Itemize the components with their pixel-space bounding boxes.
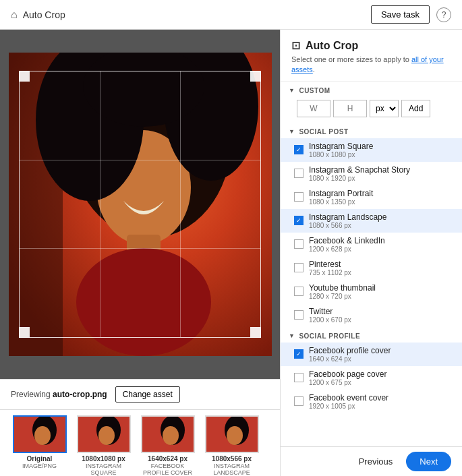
size-checkbox[interactable]: [294, 373, 304, 382]
size-checkbox[interactable]: [294, 287, 304, 296]
add-custom-button[interactable]: Add: [401, 100, 430, 117]
size-item[interactable]: Twitter 1200 x 670 px: [281, 303, 462, 327]
size-item[interactable]: Youtube thumbnail 1280 x 720 px: [281, 280, 462, 303]
size-name: Instagram Square: [309, 142, 373, 151]
size-info: Youtube thumbnail 1280 x 720 px: [309, 283, 376, 300]
help-button[interactable]: ?: [436, 7, 451, 22]
size-item[interactable]: Instagram Landscape 1080 x 566 px: [281, 209, 462, 233]
right-title: ⊡ Auto Crop: [291, 39, 451, 52]
unit-select[interactable]: px%: [370, 100, 399, 117]
thumbnail-item[interactable]: OriginalIMAGE/PNG: [11, 415, 68, 476]
size-name: Facebook & LinkedIn: [309, 236, 385, 245]
right-panel: ⊡ Auto Crop Select one or more sizes to …: [280, 30, 462, 476]
chevron-icon: ▼: [289, 128, 295, 135]
size-item[interactable]: Facebook profile cover 1640 x 624 px: [281, 343, 462, 366]
size-dim: 1080 x 1920 px: [309, 175, 410, 182]
thumbnail-image: [13, 415, 67, 453]
size-name: Instagram Landscape: [309, 212, 386, 222]
change-asset-button[interactable]: Change asset: [115, 386, 180, 403]
size-dim: 1080 x 1080 px: [309, 151, 373, 158]
thumbnail-image: [77, 415, 131, 453]
size-dim: 1920 x 1005 px: [309, 403, 388, 410]
size-checkbox[interactable]: [294, 216, 304, 225]
svg-point-17: [163, 426, 179, 445]
section-label: SOCIAL POST: [299, 128, 348, 136]
header-right: Save task ?: [371, 5, 451, 24]
thumbnail-item[interactable]: 1080x566 pxINSTAGRAM LANDSCAPE: [203, 415, 260, 476]
svg-point-14: [98, 426, 115, 445]
size-name: Instagram Portrait: [309, 189, 373, 198]
thumbnail-label: 1640x624 px: [148, 455, 187, 463]
crop-icon: ⊡: [291, 39, 300, 52]
main-layout: Previewing auto-crop.png Change asset Or…: [0, 30, 462, 476]
size-checkbox[interactable]: [294, 192, 304, 202]
size-info: Instagram Portrait 1080 x 1350 px: [309, 189, 373, 206]
list-area: ▼CUSTOM px% Add ▼SOCIAL POST Instagram S…: [281, 82, 462, 446]
size-checkbox[interactable]: [294, 396, 304, 406]
thumbnail-sublabel: IMAGE/PNG: [22, 463, 57, 469]
thumbnail-item[interactable]: 1640x624 pxFACEBOOK PROFILE COVER: [139, 415, 196, 476]
chevron-icon: ▼: [289, 87, 295, 94]
previewing-label: Previewing auto-crop.png: [11, 390, 107, 399]
left-panel: Previewing auto-crop.png Change asset Or…: [0, 30, 280, 476]
thumbnail-image: [205, 415, 259, 453]
preview-image: [9, 53, 272, 356]
size-info: Instagram Landscape 1080 x 566 px: [309, 212, 386, 229]
section-header-custom[interactable]: ▼CUSTOM: [281, 82, 462, 97]
size-dim: 1200 x 675 px: [309, 379, 386, 386]
size-dim: 1080 x 1350 px: [309, 198, 373, 206]
size-item[interactable]: Facebook & LinkedIn 1200 x 628 px: [281, 233, 462, 256]
size-info: Facebook profile cover 1640 x 624 px: [309, 346, 391, 363]
size-dim: 735 x 1102 px: [309, 269, 351, 276]
size-item[interactable]: Instagram Square 1080 x 1080 px: [281, 138, 462, 162]
save-task-button[interactable]: Save task: [371, 5, 430, 24]
thumbnail-item[interactable]: 1080x1080 pxINSTAGRAM SQUARE: [75, 415, 132, 476]
previous-button[interactable]: Previous: [352, 452, 400, 471]
size-info: Facebook page cover 1200 x 675 px: [309, 369, 386, 386]
size-item[interactable]: Facebook page cover 1200 x 675 px: [281, 366, 462, 390]
svg-point-11: [34, 426, 51, 445]
size-item[interactable]: Instagram & Snapchat Story 1080 x 1920 p…: [281, 162, 462, 185]
home-icon[interactable]: ⌂: [11, 9, 18, 21]
size-item[interactable]: Pinterest 735 x 1102 px: [281, 256, 462, 280]
header-left: ⌂ Auto Crop: [11, 9, 65, 21]
preview-filename: auto-crop.png: [53, 390, 107, 399]
chevron-icon: ▼: [289, 332, 295, 339]
size-checkbox[interactable]: [294, 263, 304, 272]
thumbnails-row: OriginalIMAGE/PNG1080x1080 pxINSTAGRAM S…: [0, 409, 280, 476]
size-info: Twitter 1200 x 670 px: [309, 307, 351, 324]
size-dim: 1640 x 624 px: [309, 355, 391, 363]
size-checkbox[interactable]: [294, 310, 304, 320]
size-dim: 1200 x 670 px: [309, 316, 351, 324]
size-item[interactable]: Instagram Portrait 1080 x 1350 px: [281, 185, 462, 209]
custom-height-input[interactable]: [333, 100, 367, 117]
size-name: Facebook event cover: [309, 393, 388, 403]
section-header-social_post[interactable]: ▼SOCIAL POST: [281, 123, 462, 138]
thumbnail-label: 1080x1080 px: [82, 455, 125, 463]
size-item[interactable]: Facebook event cover 1920 x 1005 px: [281, 390, 462, 413]
size-dim: 1080 x 566 px: [309, 222, 386, 229]
app-title: Auto Crop: [23, 9, 65, 20]
thumbnail-sublabel: FACEBOOK PROFILE COVER: [139, 463, 196, 476]
size-checkbox[interactable]: [294, 349, 304, 359]
size-name: Instagram & Snapchat Story: [309, 165, 410, 175]
thumbnail-sublabel: INSTAGRAM LANDSCAPE: [203, 463, 260, 476]
app-header: ⌂ Auto Crop Save task ?: [0, 0, 462, 30]
custom-width-input[interactable]: [297, 100, 330, 117]
section-label: SOCIAL PROFILE: [299, 332, 360, 340]
size-checkbox[interactable]: [294, 239, 304, 249]
size-checkbox[interactable]: [294, 145, 304, 154]
svg-point-20: [227, 426, 243, 445]
size-info: Facebook event cover 1920 x 1005 px: [309, 393, 388, 410]
size-dim: 1280 x 720 px: [309, 293, 376, 300]
thumbnail-image: [141, 415, 195, 453]
size-info: Instagram & Snapchat Story 1080 x 1920 p…: [309, 165, 410, 182]
next-button[interactable]: Next: [406, 452, 451, 471]
thumbnail-label: Original: [27, 455, 53, 463]
preview-image-container: [9, 53, 272, 356]
size-checkbox[interactable]: [294, 169, 304, 178]
custom-size-row: px% Add: [281, 97, 462, 123]
section-header-social_profile[interactable]: ▼SOCIAL PROFILE: [281, 327, 462, 343]
size-name: Twitter: [309, 307, 351, 316]
thumbnail-sublabel: INSTAGRAM SQUARE: [75, 463, 132, 476]
